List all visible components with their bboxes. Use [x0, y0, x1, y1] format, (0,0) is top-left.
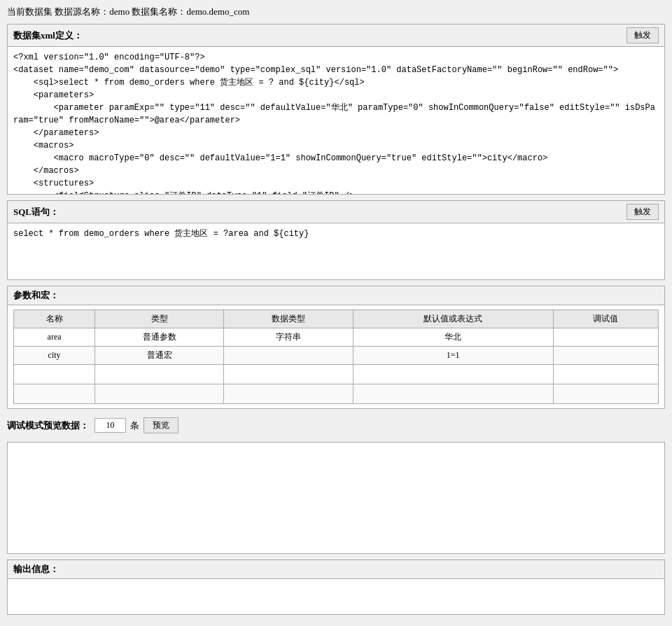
xml-section-title: 数据集xml定义：: [13, 29, 83, 42]
header-bar: 当前数据集 数据源名称：demo 数据集名称：demo.demo_com: [7, 6, 665, 18]
xml-section-header: 数据集xml定义： 触发: [8, 25, 664, 47]
output-content: [8, 579, 664, 614]
row1-type: 普通参数: [95, 328, 224, 347]
preview-data-section: [7, 442, 665, 554]
preview-button[interactable]: 预览: [144, 417, 178, 433]
params-table-wrapper: 名称 类型 数据类型 默认值或表达式 调试值 area 普通参数 字符串 华北: [8, 305, 664, 408]
table-row: area 普通参数 字符串 华北: [14, 328, 659, 347]
debug-unit: 条: [130, 419, 139, 432]
xml-content[interactable]: <?xml version="1.0" encoding="UTF-8"?> <…: [8, 47, 664, 194]
page-container: 当前数据集 数据源名称：demo 数据集名称：demo.demo_com 数据集…: [0, 0, 672, 620]
xml-wrapper: <?xml version="1.0" encoding="UTF-8"?> <…: [8, 47, 664, 194]
empty-cell: [95, 365, 224, 384]
row1-name: area: [14, 328, 95, 347]
sql-section-header: SQL语句： 触发: [8, 201, 664, 223]
empty-cell: [353, 384, 553, 404]
output-section-title: 输出信息：: [8, 560, 664, 579]
row2-data-type: [224, 347, 353, 365]
params-table-header-row: 名称 类型 数据类型 默认值或表达式 调试值: [14, 310, 659, 328]
table-row: city 普通宏 1=1: [14, 347, 659, 365]
row2-debug: [553, 347, 658, 365]
row2-name: city: [14, 347, 95, 365]
row2-type: 普通宏: [95, 347, 224, 365]
empty-cell: [224, 384, 353, 404]
sql-content[interactable]: select * from demo_orders where 货主地区 = ?…: [8, 223, 664, 279]
params-table-body: area 普通参数 字符串 华北 city 普通宏 1=1: [14, 328, 659, 404]
debug-label: 调试模式预览数据：: [7, 419, 89, 432]
col-type: 类型: [95, 310, 224, 328]
debug-section: 调试模式预览数据： 条 预览: [7, 415, 665, 436]
empty-cell: [14, 384, 95, 404]
empty-cell: [553, 365, 658, 384]
output-section: 输出信息：: [7, 559, 665, 615]
table-row-empty-2: [14, 384, 659, 404]
col-name: 名称: [14, 310, 95, 328]
empty-cell: [553, 384, 658, 404]
row2-default: 1=1: [353, 347, 553, 365]
empty-cell: [353, 365, 553, 384]
row1-default: 华北: [353, 328, 553, 347]
table-row-empty-1: [14, 365, 659, 384]
params-table-head: 名称 类型 数据类型 默认值或表达式 调试值: [14, 310, 659, 328]
row1-debug: [553, 328, 658, 347]
xml-trigger-button[interactable]: 触发: [626, 27, 659, 43]
empty-cell: [95, 384, 224, 404]
debug-count-input[interactable]: [94, 418, 126, 433]
col-default: 默认值或表达式: [353, 310, 553, 328]
params-table: 名称 类型 数据类型 默认值或表达式 调试值 area 普通参数 字符串 华北: [13, 309, 659, 404]
params-section-title: 参数和宏：: [8, 286, 664, 305]
sql-section: SQL语句： 触发 select * from demo_orders wher…: [7, 200, 665, 280]
empty-cell: [224, 365, 353, 384]
xml-section: 数据集xml定义： 触发 <?xml version="1.0" encodin…: [7, 24, 665, 195]
empty-cell: [14, 365, 95, 384]
params-section: 参数和宏： 名称 类型 数据类型 默认值或表达式 调试值 area 普通参数: [7, 286, 665, 409]
header-text: 当前数据集 数据源名称：demo 数据集名称：demo.demo_com: [7, 6, 249, 17]
sql-section-title: SQL语句：: [13, 206, 59, 218]
row1-data-type: 字符串: [224, 328, 353, 347]
sql-trigger-button[interactable]: 触发: [626, 204, 659, 220]
col-data-type: 数据类型: [224, 310, 353, 328]
col-debug-value: 调试值: [553, 310, 658, 328]
